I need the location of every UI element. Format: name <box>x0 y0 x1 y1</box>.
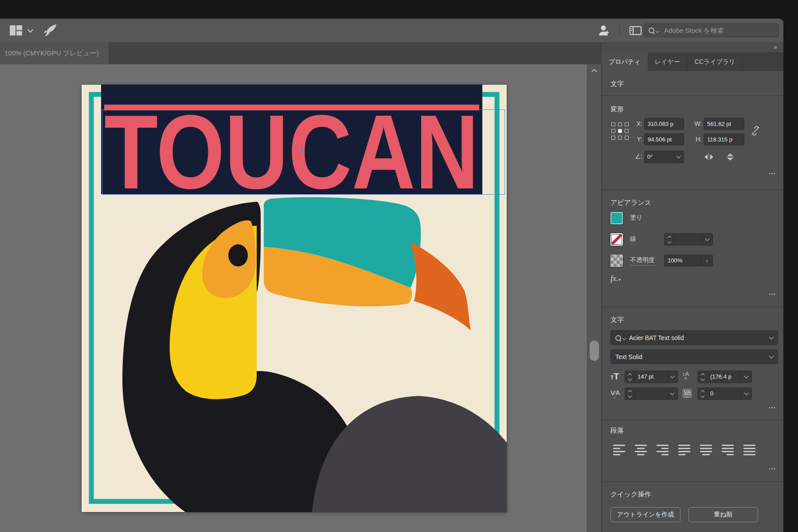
leading-control[interactable]: (176.4 p <box>697 371 752 383</box>
fill-row: 塗り <box>610 212 778 226</box>
align-left-icon[interactable] <box>613 444 625 456</box>
fx-button[interactable]: fx.▾ <box>610 274 778 283</box>
app-bar <box>0 19 783 42</box>
leading-chevron-icon[interactable] <box>741 371 751 383</box>
justify-last-left-icon[interactable] <box>678 444 690 456</box>
font-size-control[interactable]: 147 pt <box>625 371 678 383</box>
stroke-weight-control[interactable] <box>664 233 713 246</box>
font-style-chevron-icon[interactable] <box>769 353 774 358</box>
justify-last-right-icon[interactable] <box>722 444 734 456</box>
opacity-expand-button[interactable]: › <box>701 254 713 266</box>
document-tab[interactable]: 100% (CMYK/GPU プレビュー) <box>0 42 109 64</box>
flip-horizontal-icon[interactable] <box>704 153 714 161</box>
opacity-field[interactable]: 100% <box>664 254 701 266</box>
transform-section-title: 変形 <box>610 105 778 113</box>
search-icon <box>649 27 654 33</box>
font-family-name: Acier BAT Text solid <box>629 334 770 341</box>
stroke-row: 線 <box>610 233 778 247</box>
y-field[interactable]: 94.506 pt <box>644 133 684 145</box>
tracking-icon: VA↔ <box>682 388 692 398</box>
font-family-chevron-icon[interactable] <box>769 334 774 339</box>
tab-properties[interactable]: プロパティ <box>602 52 648 71</box>
workspace-switcher-icon[interactable] <box>10 25 23 35</box>
rotation-chevron-icon[interactable] <box>673 151 684 163</box>
h-label: H: <box>691 133 702 145</box>
paragraph-align-row <box>610 444 778 457</box>
transform-section: X: 310.083 p W: 561.62 pt Y: 94.506 pt H… <box>610 118 778 168</box>
artboard[interactable]: TOUCAN × <box>82 85 507 512</box>
kerning-icon: V⁄A← <box>610 389 620 399</box>
h-field[interactable]: 118.315 p <box>704 133 744 145</box>
font-size-row: TT 147 pt ↕AA (176.4 p <box>610 371 778 385</box>
properties-panel: 文字 変形 X: 310.083 p W: 561.62 pt Y: 94.50… <box>602 71 783 532</box>
align-right-icon[interactable] <box>657 444 669 456</box>
expand-panels-icon[interactable]: » <box>602 42 783 52</box>
fill-swatch[interactable] <box>610 212 623 224</box>
scroll-up-icon[interactable] <box>591 69 597 74</box>
kerning-control[interactable] <box>625 387 678 400</box>
character-section-title: 文字 <box>610 316 778 324</box>
panel-tabs: プロパティ レイヤー CCライブラリ <box>602 52 783 71</box>
appbar-separator <box>619 25 620 36</box>
font-family-picker[interactable]: Acier BAT Text solid <box>610 330 778 345</box>
font-style-name: Text Solid <box>615 353 770 360</box>
w-label: W: <box>691 118 702 130</box>
font-search-icon <box>615 335 621 341</box>
link-dimensions-icon[interactable] <box>751 126 760 137</box>
scrollbar-thumb[interactable] <box>590 340 599 361</box>
stroke-chevron-icon[interactable] <box>702 234 712 245</box>
character-more-options[interactable]: ••• <box>769 405 776 410</box>
stroke-stepper-icon[interactable] <box>665 234 674 245</box>
illustrator-window: 100% (CMYK/GPU プレビュー) TOUCAN <box>0 19 783 532</box>
w-field[interactable]: 561.62 pt <box>704 118 744 130</box>
appearance-more-options[interactable]: ••• <box>769 292 776 297</box>
gpu-rocket-icon[interactable] <box>43 23 58 39</box>
adobe-stock-search <box>644 23 779 37</box>
reference-point-selector[interactable] <box>611 122 629 140</box>
tracking-control[interactable]: 0 <box>697 387 752 400</box>
rotation-label: ∠: <box>630 151 642 163</box>
x-label: X: <box>632 118 642 130</box>
font-size-icon: TT <box>610 372 619 382</box>
document-tab-bar: 100% (CMYK/GPU プレビュー) <box>0 42 601 64</box>
leading-icon: ↕AA <box>682 371 689 379</box>
font-style-picker[interactable]: Text Solid <box>610 349 778 364</box>
properties-dock: » プロパティ レイヤー CCライブラリ 文字 変形 X: 310.083 p … <box>601 42 783 532</box>
opacity-swatch-icon[interactable] <box>610 254 623 267</box>
justify-last-center-icon[interactable] <box>700 444 712 456</box>
tab-cc-libraries[interactable]: CCライブラリ <box>688 52 743 71</box>
tracking-chevron-icon[interactable] <box>741 388 751 399</box>
kerning-chevron-icon[interactable] <box>667 388 677 399</box>
align-center-icon[interactable] <box>635 444 647 456</box>
invite-user-icon[interactable] <box>597 24 610 39</box>
font-size-chevron-icon[interactable] <box>667 371 677 383</box>
tab-layers[interactable]: レイヤー <box>648 52 688 71</box>
x-field[interactable]: 310.083 p <box>644 118 684 130</box>
toucan-eye <box>228 244 248 266</box>
stroke-swatch[interactable] <box>610 233 623 246</box>
quick-actions-row: アウトラインを作成 重ね順 <box>610 507 778 523</box>
canvas-scrollbar[interactable] <box>587 64 601 532</box>
fill-label: 塗り <box>630 214 642 222</box>
arrange-documents-icon[interactable] <box>630 26 642 37</box>
kerning-row: V⁄A← VA↔ 0 <box>610 387 778 402</box>
paragraph-section-title: 段落 <box>610 426 778 435</box>
search-input[interactable] <box>663 26 774 35</box>
search-scope-chevron-icon[interactable] <box>656 29 659 32</box>
text-anchor-marker: × <box>300 147 303 153</box>
appearance-section-title: アピアランス <box>610 199 778 207</box>
arrange-button[interactable]: 重ね順 <box>688 507 758 522</box>
create-outlines-button[interactable]: アウトラインを作成 <box>610 507 681 522</box>
opacity-row: 不透明度 100% › <box>610 254 778 269</box>
workspace-chevron-down-icon[interactable] <box>27 27 33 33</box>
selection-type-label: 文字 <box>610 80 778 88</box>
stroke-label[interactable]: 線 <box>630 235 636 244</box>
canvas[interactable]: TOUCAN × <box>0 64 601 532</box>
paragraph-more-options[interactable]: ••• <box>769 466 776 471</box>
selection-bounding-box[interactable] <box>102 110 505 195</box>
justify-all-icon[interactable] <box>743 444 755 456</box>
opacity-label[interactable]: 不透明度 <box>630 256 655 266</box>
flip-vertical-icon[interactable] <box>725 153 735 161</box>
transform-more-options[interactable]: ••• <box>769 171 776 176</box>
rotation-combo[interactable]: 0° <box>644 151 684 163</box>
